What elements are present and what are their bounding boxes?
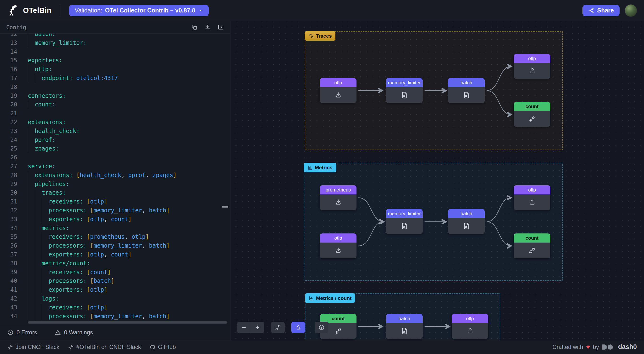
crafted-text: Crafted with xyxy=(552,344,583,350)
code-line[interactable]: 43receivers: [otlp] xyxy=(0,303,230,312)
code-token: receivers: xyxy=(49,304,84,311)
pipeline-canvas[interactable]: Traces Metrics Metrics / count xyxy=(230,21,644,340)
code-line[interactable]: 27service: xyxy=(0,162,230,171)
join-cncf-slack-link[interactable]: Join CNCF Slack xyxy=(7,344,60,350)
connector-icon xyxy=(528,246,536,254)
code-token: memory_limiter xyxy=(94,313,142,320)
node-metrics-memory-limiter[interactable]: memory_limiter xyxy=(386,209,422,234)
code-token: count xyxy=(90,269,107,276)
node-metrics-count-connector[interactable]: count xyxy=(514,233,550,258)
indent-guide xyxy=(28,268,35,277)
help-button[interactable] xyxy=(314,322,328,333)
code-line[interactable]: 34metrics: xyxy=(0,224,230,233)
fit-view-button[interactable] xyxy=(271,322,284,333)
code-token: [ xyxy=(87,216,90,223)
code-line[interactable]: 21 xyxy=(0,109,230,118)
footer: Join CNCF Slack #OTelBin on CNCF Slack G… xyxy=(0,340,644,354)
node-traces-batch[interactable]: batch xyxy=(448,78,485,103)
share-button[interactable]: Share xyxy=(582,5,620,16)
dash0-brand-name[interactable]: dash0 xyxy=(618,343,637,351)
code-token: ] xyxy=(166,207,170,214)
code-line[interactable]: 36processors: [memory_limiter, batch] xyxy=(0,241,230,250)
code-token: , xyxy=(142,242,149,249)
line-number: 15 xyxy=(0,56,22,65)
code-token: ] xyxy=(166,313,170,320)
code-line[interactable]: 12batch: xyxy=(0,34,230,39)
code-line[interactable]: 19connectors: xyxy=(0,92,230,100)
code-line[interactable]: 15exporters: xyxy=(0,56,230,65)
code-token: [ xyxy=(87,233,90,240)
node-metrics-prometheus-receiver[interactable]: prometheus xyxy=(320,185,356,210)
github-link[interactable]: GitHub xyxy=(150,344,176,350)
code-line[interactable]: 18 xyxy=(0,83,230,92)
line-number: 34 xyxy=(0,224,22,233)
node-traces-otlp-exporter[interactable]: otlp xyxy=(514,54,550,79)
line-number: 33 xyxy=(0,215,22,224)
code-line[interactable]: 42logs: xyxy=(0,294,230,303)
code-line[interactable]: 25zpages: xyxy=(0,144,230,153)
code-token: pprof: xyxy=(35,137,56,143)
code-line[interactable]: 32processors: [memory_limiter, batch] xyxy=(0,206,230,215)
node-traces-otlp-receiver[interactable]: otlp xyxy=(320,78,356,103)
code-line[interactable]: 35receivers: [prometheus, otlp] xyxy=(0,232,230,241)
collapse-panel-icon[interactable] xyxy=(218,24,224,31)
node-metrics-otlp-exporter[interactable]: otlp xyxy=(514,185,550,210)
indent-guide xyxy=(42,268,49,277)
code-token: otlp xyxy=(90,198,104,205)
code-line[interactable]: 22extensions: xyxy=(0,118,230,127)
footer-link-label: GitHub xyxy=(158,344,176,350)
node-metrics-otlp-receiver[interactable]: otlp xyxy=(320,233,356,258)
code-token: , xyxy=(146,172,152,179)
node-traces-count-connector[interactable]: count xyxy=(514,102,550,127)
code-line[interactable]: 29pipelines: xyxy=(0,180,230,189)
download-icon[interactable] xyxy=(204,24,211,31)
copy-icon[interactable] xyxy=(191,24,198,31)
code-line[interactable]: 37exporters: [otlp, count] xyxy=(0,250,230,259)
indent-guide xyxy=(28,259,35,268)
code-token: batch xyxy=(149,242,166,249)
indent-guide xyxy=(35,277,42,285)
code-line[interactable]: 17endpoint: otelcol:4317 xyxy=(0,74,230,83)
node-metrics-batch[interactable]: batch xyxy=(448,209,485,234)
node-traces-memory-limiter[interactable]: memory_limiter xyxy=(386,78,422,103)
code-line[interactable]: 31receivers: [otlp] xyxy=(0,197,230,206)
code-line[interactable]: 39receivers: [count] xyxy=(0,268,230,277)
errors-count: 0 Errors xyxy=(16,329,37,336)
user-avatar[interactable] xyxy=(625,5,637,17)
code-line[interactable]: 16otlp: xyxy=(0,65,230,74)
zoom-out-button[interactable] xyxy=(237,322,250,333)
code-token: ] xyxy=(146,233,149,240)
code-line[interactable]: 13memory_limiter: xyxy=(0,39,230,48)
code-line[interactable]: 20count: xyxy=(0,100,230,109)
horizontal-scrollbar[interactable] xyxy=(28,321,227,323)
lock-button[interactable] xyxy=(291,322,305,333)
code-line[interactable]: 23health_check: xyxy=(0,127,230,136)
code-line[interactable]: 33exporters: [otlp, count] xyxy=(0,215,230,224)
code-line[interactable]: 30traces: xyxy=(0,188,230,197)
yaml-editor[interactable]: 12batch:13memory_limiter:1415exporters:1… xyxy=(0,34,230,325)
code-line[interactable]: 38metrics/count: xyxy=(0,259,230,268)
code-token: ] xyxy=(111,277,114,284)
code-token: extensions: xyxy=(28,119,66,126)
node-metricscount-otlp-exporter[interactable]: otlp xyxy=(452,314,488,339)
validation-dropdown-button[interactable]: Validation: OTel Collector Contrib – v0.… xyxy=(69,5,209,16)
zoom-in-button[interactable] xyxy=(250,322,264,333)
code-token: ] xyxy=(107,269,111,276)
node-metricscount-batch[interactable]: batch xyxy=(386,314,422,339)
code-line[interactable]: 41exporters: [otlp] xyxy=(0,285,230,294)
code-line[interactable]: 24pprof: xyxy=(0,136,230,145)
code-line[interactable]: 44processors: [memory_limiter, batch] xyxy=(0,312,230,321)
vertical-scrollbar-thumb[interactable] xyxy=(222,206,228,208)
code-token: health_check: xyxy=(35,128,80,134)
code-token: receivers: xyxy=(49,198,84,205)
code-line[interactable]: 14 xyxy=(0,48,230,56)
otelbin-slack-channel-link[interactable]: #OTelBin on CNCF Slack xyxy=(68,344,141,350)
code-line[interactable]: 26 xyxy=(0,153,230,162)
indent-guide xyxy=(28,34,35,39)
code-line[interactable]: 28extensions: [health_check, pprof, zpag… xyxy=(0,171,230,180)
lock-icon xyxy=(295,324,302,330)
indent-guide xyxy=(35,197,42,206)
node-label: batch xyxy=(448,78,485,87)
dash0-logo-icon[interactable] xyxy=(602,344,615,350)
code-line[interactable]: 40processors: [batch] xyxy=(0,277,230,285)
